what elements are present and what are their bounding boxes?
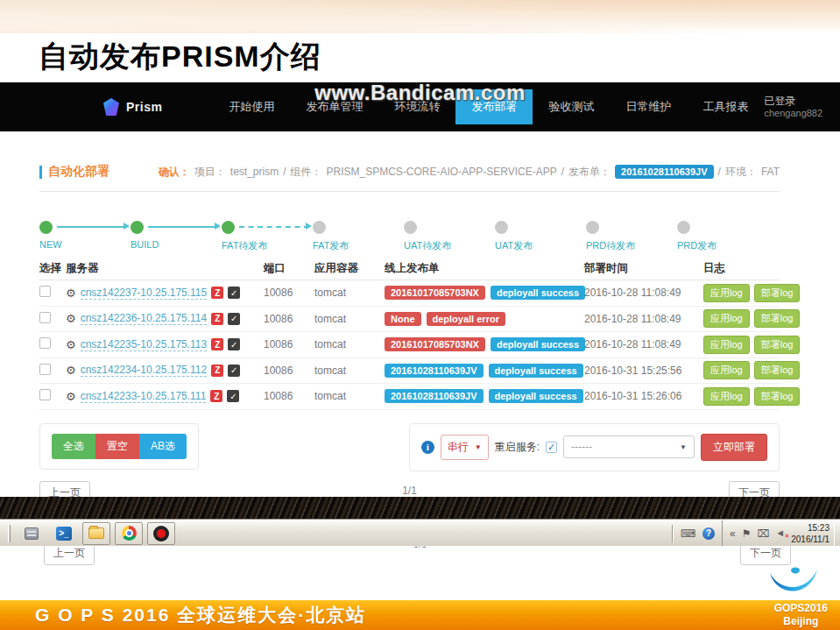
step-dot	[495, 221, 508, 234]
chevron-down-icon: ▼	[680, 443, 687, 451]
computer-icon[interactable]	[18, 522, 46, 545]
help-icon[interactable]: ?	[702, 527, 715, 540]
flag-icon[interactable]: ⚑	[742, 528, 752, 539]
server-link[interactable]: cnsz142235-10.25.175.113	[81, 338, 208, 351]
system-tray: ⌨ ? « ⚑ ⌧ ◄ 15:23 2016/11/1	[672, 520, 840, 546]
server-link[interactable]: cnsz142233-10.25.175.111	[81, 390, 207, 403]
container-cell: tomcat	[314, 390, 385, 402]
app-log-button[interactable]: 应用log	[703, 309, 750, 328]
slide-top-decoration	[0, 0, 840, 33]
breadcrumb-env: FAT	[761, 166, 780, 178]
nav-menu-item[interactable]: 日常维护	[610, 89, 687, 124]
page-content: 自动化部署 确认： 项目： test_prism / 组件： PRISM_SPM…	[0, 131, 840, 497]
release-tag: 20161017085703NX	[385, 337, 485, 351]
z-flag-badge: Z	[210, 390, 222, 402]
deploy-log-button[interactable]: 部署log	[754, 361, 801, 379]
gops-logo-icon	[766, 564, 821, 599]
step-dot	[39, 221, 53, 234]
select-all-button[interactable]: 全选	[52, 434, 95, 459]
nav-menu-item[interactable]: 环境流转	[378, 89, 455, 124]
clear-selection-button[interactable]: 置空	[95, 434, 139, 459]
mode-select[interactable]: 串行 ▼	[441, 435, 489, 460]
restart-service-label: 重启服务:	[495, 440, 540, 455]
taskbar-grip[interactable]	[8, 525, 11, 542]
app-navbar: Prism 开始使用 发布单管理 环境流转 发布部署 验收测试 日常维护 工具报…	[0, 82, 840, 131]
nav-menu: 开始使用 发布单管理 环境流转 发布部署 验收测试 日常维护 工具报表	[213, 89, 764, 124]
explorer-folder-icon[interactable]	[82, 522, 110, 545]
chevron-down-icon: ▼	[475, 443, 482, 451]
network-icon[interactable]: ⌧	[758, 528, 770, 539]
release-tag: 20161028110639JV	[385, 389, 484, 403]
step-label: PRD待发布	[586, 239, 677, 252]
step-dot	[677, 221, 690, 234]
stepper-step: NEW	[39, 221, 131, 252]
breadcrumb-project: test_prism	[230, 166, 279, 178]
breadcrumb-confirm: 确认：	[159, 165, 190, 180]
step-label: UAT发布	[495, 239, 586, 252]
release-tag: 20161028110639JV	[385, 364, 484, 378]
row-checkbox[interactable]	[39, 337, 51, 349]
footer-badge: GOPS2016 Beijing	[774, 602, 828, 628]
muted-speaker-icon[interactable]: ◄	[775, 528, 785, 538]
gear-icon[interactable]: ⚙	[66, 365, 76, 376]
gear-icon[interactable]: ⚙	[66, 313, 76, 324]
step-dot	[404, 221, 417, 234]
nav-menu-item[interactable]: 工具报表	[687, 89, 764, 124]
deploy-time-cell: 2016-10-28 11:08:49	[584, 313, 703, 325]
step-connector	[148, 226, 218, 228]
table-row: ⚙ cnsz142233-10.25.175.111 Z ✓ 10086 tom…	[39, 384, 780, 410]
step-dot	[313, 221, 326, 234]
nav-menu-item[interactable]: 验收测试	[533, 89, 610, 124]
login-info: 已登录 chengang882	[764, 95, 822, 120]
prism-brand[interactable]: Prism	[103, 98, 162, 116]
row-checkbox[interactable]	[39, 364, 51, 375]
gear-icon[interactable]: ⚙	[66, 391, 76, 402]
deploy-log-button[interactable]: 部署log	[754, 336, 801, 354]
step-label: BUILD	[131, 239, 222, 250]
ab-select-button[interactable]: AB选	[139, 434, 187, 459]
deploy-now-button[interactable]: 立即部署	[701, 434, 767, 461]
z-flag-badge: Z	[211, 287, 223, 299]
powershell-icon[interactable]: >_	[50, 522, 78, 545]
server-link[interactable]: cnsz142237-10.25.175.115	[81, 287, 208, 300]
row-checkbox[interactable]	[39, 286, 51, 297]
app-log-button[interactable]: 应用log	[703, 336, 750, 354]
deploy-log-button[interactable]: 部署log	[754, 387, 801, 406]
app-log-button[interactable]: 应用log	[703, 361, 750, 379]
server-link[interactable]: cnsz142234-10.25.175.112	[81, 364, 208, 377]
nav-menu-item[interactable]: 开始使用	[213, 89, 290, 124]
deploy-log-button[interactable]: 部署log	[754, 284, 801, 302]
deploy-time-cell: 2016-10-28 11:08:49	[584, 287, 703, 299]
deploy-card: i 串行 ▼ 重启服务: ✓ ------ ▼ 立即部署	[409, 423, 780, 471]
bandicam-record-icon[interactable]	[147, 522, 175, 545]
deploy-log-button[interactable]: 部署log	[754, 309, 801, 328]
nav-menu-item[interactable]: 发布单管理	[290, 89, 378, 124]
nav-menu-item[interactable]: 发布部署	[455, 89, 533, 124]
section-title: 自动化部署	[39, 164, 109, 180]
server-link[interactable]: cnsz142236-10.25.175.114	[81, 312, 208, 325]
step-dot	[222, 221, 235, 234]
container-cell: tomcat	[314, 365, 385, 377]
target-select[interactable]: ------ ▼	[563, 435, 695, 458]
row-checkbox[interactable]	[39, 312, 51, 323]
z-flag-badge: Z	[211, 313, 223, 325]
keyboard-icon[interactable]: ⌨	[681, 528, 695, 539]
check-badge-icon: ✓	[228, 287, 240, 299]
row-checkbox[interactable]	[39, 389, 51, 400]
show-hidden-icons[interactable]: «	[730, 528, 736, 539]
chrome-icon[interactable]	[115, 522, 143, 545]
check-badge-icon: ✓	[228, 338, 240, 350]
z-flag-badge: Z	[211, 365, 223, 377]
brand-name: Prism	[126, 100, 162, 114]
app-log-button[interactable]: 应用log	[703, 387, 750, 406]
stepper-step: PRD发布	[677, 221, 768, 252]
tray-clock[interactable]: 15:23 2016/11/1	[791, 522, 831, 545]
app-log-button[interactable]: 应用log	[703, 284, 750, 302]
status-tag: deployall success	[489, 364, 583, 378]
clipped-page-strip: 1/1 上一页 下一页	[0, 546, 840, 572]
gear-icon[interactable]: ⚙	[66, 339, 76, 350]
container-cell: tomcat	[314, 313, 385, 325]
restart-service-checkbox[interactable]: ✓	[546, 442, 557, 453]
gear-icon[interactable]: ⚙	[66, 287, 76, 299]
step-dot	[586, 221, 599, 234]
